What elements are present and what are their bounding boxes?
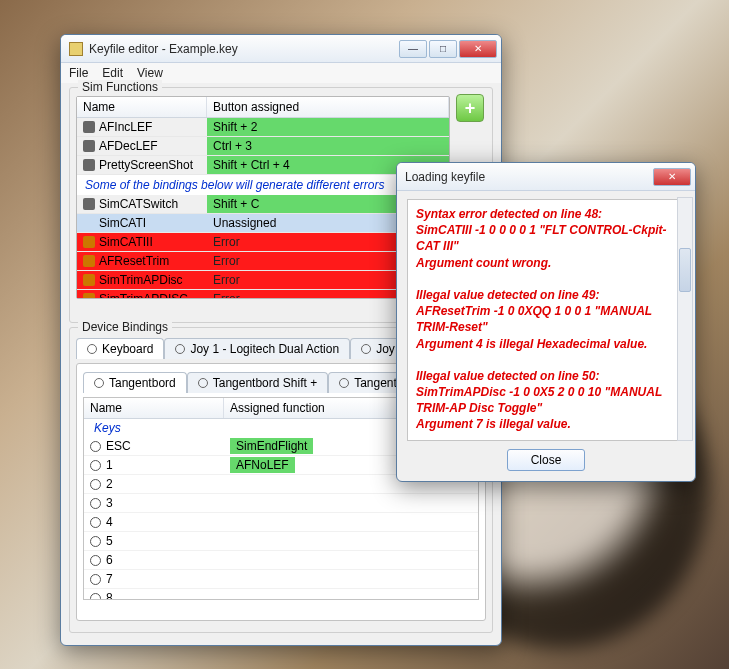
- radio-icon: [175, 344, 185, 354]
- sim-row[interactable]: SimCATIUnassigned: [77, 214, 449, 233]
- key-row[interactable]: 5: [84, 532, 478, 551]
- sim-row-name: SimCATIII: [99, 235, 153, 249]
- hand-icon: [83, 236, 95, 248]
- radio-icon: [90, 593, 101, 600]
- error-line: [416, 352, 676, 368]
- key-row[interactable]: 4: [84, 513, 478, 532]
- sim-row-name: PrettyScreenShot: [99, 158, 193, 172]
- key-assigned: AFNoLEF: [230, 457, 295, 473]
- radio-icon: [361, 344, 371, 354]
- sim-functions-title: Sim Functions: [78, 80, 162, 94]
- device-bindings-title: Device Bindings: [78, 320, 172, 334]
- col-name[interactable]: Name: [77, 97, 207, 117]
- sim-functions-table: Name Button assigned AFIncLEFShift + 2AF…: [76, 96, 450, 299]
- menu-edit[interactable]: Edit: [102, 66, 123, 80]
- error-line: Syntax error detected on line 48:: [416, 206, 676, 222]
- window-title: Keyfile editor - Example.key: [89, 42, 399, 56]
- radio-icon: [339, 378, 349, 388]
- menu-view[interactable]: View: [137, 66, 163, 80]
- minimize-button[interactable]: —: [399, 40, 427, 58]
- sim-row-name: AFIncLEF: [99, 120, 152, 134]
- key-name: 5: [106, 534, 113, 548]
- key-assigned: SimEndFlight: [230, 438, 313, 454]
- sim-row-assigned: Shift + 2: [207, 118, 449, 136]
- key-name: 7: [106, 572, 113, 586]
- radio-icon: [198, 378, 208, 388]
- radio-icon: [90, 441, 101, 452]
- sim-row[interactable]: SimCATSwitchShift + C: [77, 195, 449, 214]
- device-tab[interactable]: Joy 1 - Logitech Dual Action: [164, 338, 350, 359]
- sim-row-name: SimCATSwitch: [99, 197, 178, 211]
- close-button[interactable]: ✕: [459, 40, 497, 58]
- sim-row[interactable]: SimCATIIIError: [77, 233, 449, 252]
- key-name: 1: [106, 458, 113, 472]
- error-line: AFResetTrim -1 0 0XQQ 1 0 0 1 "MANUAL TR…: [416, 303, 676, 335]
- modifier-tab[interactable]: Tangentbord: [83, 372, 187, 393]
- error-line: Argument count wrong.: [416, 255, 676, 271]
- radio-icon: [90, 555, 101, 566]
- dialog-title: Loading keyfile: [405, 170, 653, 184]
- sim-row[interactable]: AFIncLEFShift + 2: [77, 118, 449, 137]
- radio-icon: [90, 536, 101, 547]
- key-name: 8: [106, 591, 113, 599]
- key-row[interactable]: 7: [84, 570, 478, 589]
- radio-icon: [90, 574, 101, 585]
- radio-icon: [90, 517, 101, 528]
- error-line: SimTrimAPDisc -1 0 0X5 2 0 0 10 "MANUAL …: [416, 384, 676, 416]
- error-line: Illegal value detected on line 50:: [416, 368, 676, 384]
- key-row[interactable]: 6: [84, 551, 478, 570]
- dialog-titlebar[interactable]: Loading keyfile ✕: [397, 163, 695, 191]
- key-row[interactable]: 8: [84, 589, 478, 599]
- col-assigned[interactable]: Button assigned: [207, 97, 449, 117]
- radio-icon: [90, 498, 101, 509]
- error-line: Illegal value detected on line 49:: [416, 287, 676, 303]
- menu-file[interactable]: File: [69, 66, 88, 80]
- device-tab[interactable]: Keyboard: [76, 338, 164, 359]
- maximize-button[interactable]: □: [429, 40, 457, 58]
- sim-row[interactable]: SimTrimAPDiscError: [77, 271, 449, 290]
- dialog-close-x[interactable]: ✕: [653, 168, 691, 186]
- device-tab-label: Joy 1 - Logitech Dual Action: [190, 342, 339, 356]
- titlebar[interactable]: Keyfile editor - Example.key — □ ✕: [61, 35, 501, 63]
- key-name: ESC: [106, 439, 131, 453]
- modifier-tab-label: Tangentbord Shift +: [213, 376, 317, 390]
- add-function-button[interactable]: +: [456, 94, 484, 122]
- scroll-thumb[interactable]: [679, 248, 691, 292]
- hand-icon: [83, 274, 95, 286]
- key-row[interactable]: 3: [84, 494, 478, 513]
- key-name: 6: [106, 553, 113, 567]
- device-tab-label: Keyboard: [102, 342, 153, 356]
- sim-row-name: SimTrimAPDISC: [99, 292, 188, 298]
- error-line: Argument 4 is illegal Hexadecimal value.: [416, 336, 676, 352]
- sim-info-row: Some of the bindings below will generate…: [77, 175, 449, 195]
- sim-row[interactable]: PrettyScreenShotShift + Ctrl + 4: [77, 156, 449, 175]
- sim-row-name: AFDecLEF: [99, 139, 158, 153]
- sim-row[interactable]: SimTrimAPDISCError: [77, 290, 449, 298]
- sim-row-name: SimCATI: [99, 216, 146, 230]
- sim-row[interactable]: AFResetTrimError: [77, 252, 449, 271]
- error-line: Argument 7 is illegal value.: [416, 416, 676, 432]
- radio-icon: [90, 460, 101, 471]
- radio-icon: [87, 344, 97, 354]
- modifier-tab[interactable]: Tangentbord Shift +: [187, 372, 328, 393]
- sim-row-name: SimTrimAPDisc: [99, 273, 183, 287]
- error-pane[interactable]: Syntax error detected on line 48:SimCATI…: [407, 199, 685, 441]
- cloud-icon: [83, 121, 95, 133]
- hand-icon: [83, 293, 95, 298]
- key-name: 3: [106, 496, 113, 510]
- cloud-icon: [83, 140, 95, 152]
- key-name: 2: [106, 477, 113, 491]
- sim-row-name: AFResetTrim: [99, 254, 169, 268]
- hand-icon: [83, 255, 95, 267]
- cloud-icon: [83, 159, 95, 171]
- key-name: 4: [106, 515, 113, 529]
- error-line: [416, 433, 676, 441]
- loading-keyfile-dialog: Loading keyfile ✕ Syntax error detected …: [396, 162, 696, 482]
- error-scrollbar[interactable]: [677, 197, 693, 441]
- keys-col-name[interactable]: Name: [84, 398, 224, 418]
- sim-row[interactable]: AFDecLEFCtrl + 3: [77, 137, 449, 156]
- error-line: [416, 271, 676, 287]
- radio-icon: [90, 479, 101, 490]
- sim-row-assigned: Ctrl + 3: [207, 137, 449, 155]
- dialog-close-button[interactable]: Close: [507, 449, 585, 471]
